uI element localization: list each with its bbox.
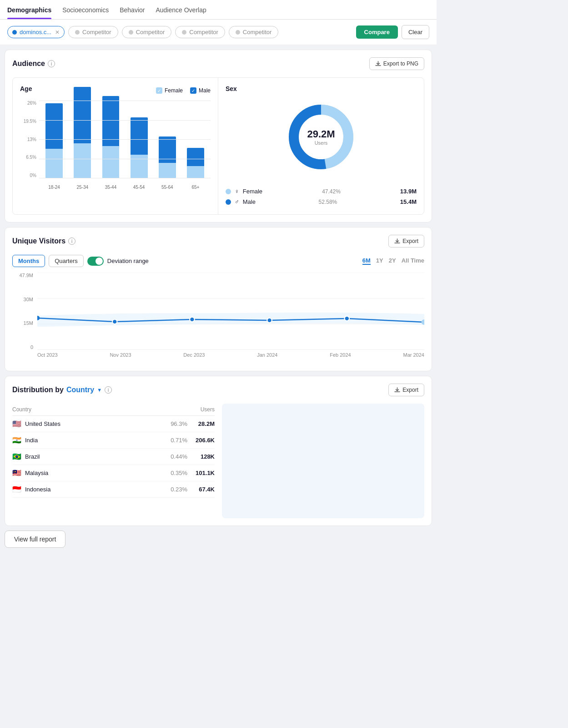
x-axis-labels: Oct 2023 Nov 2023 Dec 2023 Jan 2024 Feb … [37, 352, 424, 358]
female-label: Female [243, 188, 262, 195]
country-name-id: 🇮🇩 Indonesia [12, 485, 160, 494]
nav-tabs: Demographics Socioeconomics Behavior Aud… [0, 0, 437, 20]
bar-female-35-44 [102, 146, 120, 178]
sex-panel: Sex 29.2M Users [218, 78, 424, 214]
dist-export-icon [394, 387, 400, 393]
months-button[interactable]: Months [12, 255, 45, 267]
x-axis-labels: 18-24 25-34 35-44 45-54 55-64 65+ [39, 185, 211, 190]
tab-behavior[interactable]: Behavior [120, 6, 145, 19]
deviation-toggle[interactable]: Deviation range [87, 257, 149, 266]
audience-title: Audience i [12, 60, 55, 68]
age-panel: Age ✓ Female ✓ Male 26% [13, 78, 218, 214]
comp-label-3: Competitor [189, 29, 218, 35]
compare-button[interactable]: Compare [356, 25, 398, 39]
age-title: Age [20, 85, 32, 92]
range-6m[interactable]: 6M [362, 257, 371, 265]
sex-stats: ♀ Female 47.42% 13.9M ♂ Male 52.58% [226, 186, 417, 207]
male-dot [226, 199, 231, 205]
domain-dot [12, 30, 17, 35]
country-name-in: 🇮🇳 India [12, 436, 160, 445]
competitor-chip-2[interactable]: Competitor [122, 26, 172, 38]
competitor-chip-1[interactable]: Competitor [68, 26, 118, 38]
tab-demographics[interactable]: Demographics [7, 6, 51, 19]
male-pct: 52.58% [319, 199, 337, 205]
chevron-down-icon[interactable]: ▼ [97, 387, 102, 393]
toggle-switch[interactable] [87, 257, 104, 266]
dist-category[interactable]: Country [66, 386, 94, 394]
uv-header: Unique Visitors i Export [12, 235, 424, 248]
uv-export-button[interactable]: Export [388, 235, 424, 248]
country-users-in: 206.6K [187, 437, 215, 444]
line-chart: 47.9M 30M 15M 0 Oct 2023 Nov [12, 273, 424, 364]
donut-number: 29.2M [307, 128, 335, 140]
range-all-time[interactable]: All Time [402, 257, 424, 265]
range-2y[interactable]: 2Y [389, 257, 396, 265]
audience-section: Audience i Export to PNG Age ✓ Female ✓ [5, 50, 432, 222]
male-count: 15.4M [400, 198, 417, 205]
country-pct-br: 0.44% [160, 453, 187, 460]
uv-info-icon[interactable]: i [68, 238, 75, 245]
male-legend: ✓ Male [190, 87, 211, 94]
bar-male-35-44 [102, 96, 120, 146]
male-gender-icon: ♂ [235, 198, 239, 205]
bar-female-25-34 [74, 143, 91, 178]
country-pct-in: 0.71% [160, 437, 187, 444]
age-legend: ✓ Female ✓ Male [156, 87, 211, 94]
audience-header: Audience i Export to PNG [12, 57, 424, 70]
bar-female-18-24 [45, 149, 63, 178]
tab-socioeconomics[interactable]: Socioeconomics [62, 6, 109, 19]
time-controls: Months Quarters Deviation range 6M 1Y 2Y… [12, 255, 424, 267]
domain-chip[interactable]: dominos.c... ✕ [7, 26, 65, 38]
competitor-chip-4[interactable]: Competitor [229, 26, 279, 38]
clear-button[interactable]: Clear [402, 25, 429, 39]
flag-br: 🇧🇷 [12, 452, 21, 461]
male-label: Male [243, 198, 256, 205]
country-table-container: Country Users 🇺🇸 United States 96.3% 28.… [12, 404, 215, 518]
view-full-container: View full report [5, 531, 432, 548]
comp-label-1: Competitor [82, 29, 111, 35]
audience-export-button[interactable]: Export to PNG [369, 57, 424, 70]
country-pct-us: 96.3% [160, 420, 187, 427]
sex-row-female: ♀ Female 47.42% 13.9M [226, 186, 417, 197]
audience-info-icon[interactable]: i [48, 60, 55, 67]
sex-row-male: ♂ Male 52.58% 15.4M [226, 197, 417, 207]
table-row: 🇮🇩 Indonesia 0.23% 67.4K [12, 481, 215, 498]
domain-close-icon[interactable]: ✕ [55, 29, 60, 35]
table-row: 🇧🇷 Brazil 0.44% 128K [12, 449, 215, 465]
donut-container: 29.2M Users ♀ Female 47.42% 13.9M [226, 96, 417, 207]
tab-audience-overlap[interactable]: Audience Overlap [156, 6, 206, 19]
view-full-report-button[interactable]: View full report [5, 531, 65, 548]
country-label-id: Indonesia [25, 486, 50, 493]
point-2 [190, 317, 195, 322]
point-5 [422, 320, 424, 324]
comp-label-2: Competitor [136, 29, 165, 35]
comp-label-4: Competitor [243, 29, 272, 35]
female-count: 13.9M [400, 188, 417, 195]
country-name-us: 🇺🇸 United States [12, 420, 160, 428]
female-gender-icon: ♀ [235, 188, 239, 195]
dist-export-button[interactable]: Export [388, 384, 424, 396]
domain-label: dominos.c... [20, 29, 51, 35]
uv-export-icon [394, 238, 400, 244]
country-users-br: 128K [187, 453, 215, 460]
country-name-my: 🇲🇾 Malaysia [12, 469, 160, 477]
distribution-grid: Country Users 🇺🇸 United States 96.3% 28.… [12, 404, 424, 518]
bar-female-65plus [187, 166, 204, 178]
country-pct-my: 0.35% [160, 470, 187, 476]
range-1y[interactable]: 1Y [376, 257, 383, 265]
toggle-knob [96, 258, 103, 265]
dist-info-icon[interactable]: i [105, 386, 112, 394]
country-label-in: India [25, 437, 38, 444]
country-name-br: 🇧🇷 Brazil [12, 452, 160, 461]
table-row: 🇺🇸 United States 96.3% 28.2M [12, 416, 215, 432]
female-pct: 47.42% [322, 188, 341, 195]
flag-in: 🇮🇳 [12, 436, 21, 445]
bar-male-18-24 [45, 103, 63, 149]
quarters-button[interactable]: Quarters [49, 255, 84, 267]
sex-title: Sex [226, 85, 417, 92]
competitor-chip-3[interactable]: Competitor [175, 26, 225, 38]
flag-my: 🇲🇾 [12, 469, 21, 477]
unique-visitors-section: Unique Visitors i Export Months Quarters… [5, 227, 432, 371]
table-row: 🇮🇳 India 0.71% 206.6K [12, 432, 215, 449]
donut-chart: 29.2M Users [285, 101, 357, 173]
